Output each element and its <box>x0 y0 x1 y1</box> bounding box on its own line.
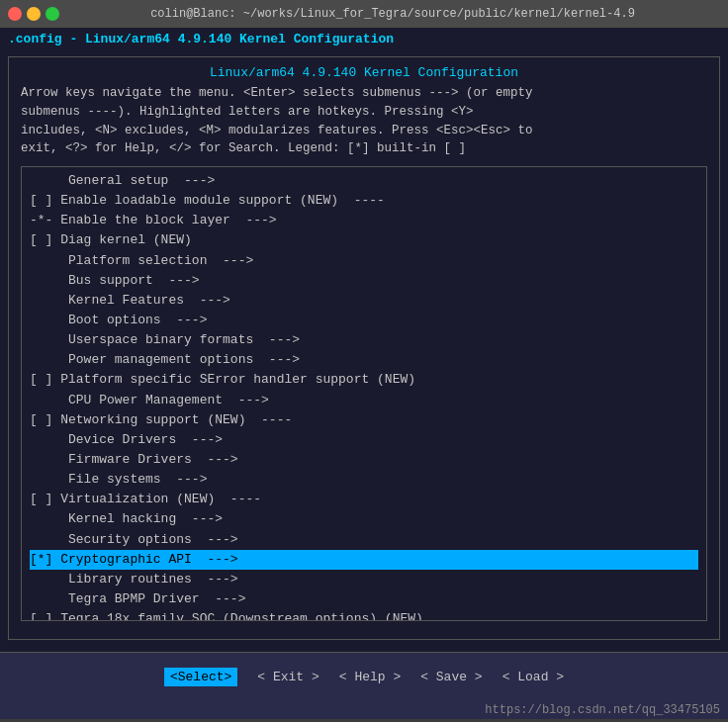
menu-item[interactable]: [ ] Networking support (NEW) ---- <box>30 410 698 430</box>
toolbar-button[interactable]: < Load > <box>502 670 564 684</box>
toolbar-button[interactable]: < Save > <box>420 670 482 684</box>
titlebar-text: colin@Blanc: ~/works/Linux_for_Tegra/sou… <box>65 7 720 21</box>
menu-item[interactable]: Security options ---> <box>30 530 698 550</box>
menu-area[interactable]: General setup --->[ ] Enable loadable mo… <box>21 166 707 621</box>
menu-item[interactable]: Firmware Drivers ---> <box>30 450 698 470</box>
menu-item[interactable]: Library routines ---> <box>30 570 698 589</box>
terminal-inner: Linux/arm64 4.9.140 Kernel Configuration… <box>8 56 720 640</box>
window-controls[interactable] <box>8 7 59 21</box>
toolbar-button[interactable]: <Select> <box>164 668 237 686</box>
menu-item[interactable]: Boot options ---> <box>30 311 698 330</box>
watermark: https://blog.csdn.net/qq_33475105 <box>0 701 728 719</box>
menu-item[interactable]: [ ] Tegra 18x family SOC (Downstream opt… <box>30 609 698 621</box>
titlebar: colin@Blanc: ~/works/Linux_for_Tegra/sou… <box>0 0 728 28</box>
menu-item[interactable]: Kernel Features ---> <box>30 291 698 311</box>
menu-item[interactable]: Bus support ---> <box>30 271 698 291</box>
config-title: Linux/arm64 4.9.140 Kernel Configuration <box>21 65 707 80</box>
menu-item[interactable]: Device Drivers ---> <box>30 430 698 450</box>
toolbar-button[interactable]: < Help > <box>339 670 401 684</box>
terminal: Linux/arm64 4.9.140 Kernel Configuration… <box>0 50 728 652</box>
menubar: .config - Linux/arm64 4.9.140 Kernel Con… <box>0 28 728 50</box>
menu-item[interactable]: General setup ---> <box>30 171 698 191</box>
menu-item[interactable]: Kernel hacking ---> <box>30 509 698 529</box>
menu-item[interactable]: File systems ---> <box>30 470 698 490</box>
menu-item[interactable]: CPU Power Management ---> <box>30 391 698 410</box>
maximize-button[interactable] <box>46 7 59 21</box>
menu-item[interactable]: [ ] Virtualization (NEW) ---- <box>30 490 698 509</box>
watermark-text: https://blog.csdn.net/qq_33475105 <box>485 703 720 717</box>
menu-item[interactable]: Tegra BPMP Driver ---> <box>30 589 698 609</box>
toolbar-button[interactable]: < Exit > <box>257 670 318 684</box>
menu-item[interactable]: [ ] Diag kernel (NEW) <box>30 230 698 250</box>
menu-item[interactable]: [*] Cryptographic API ---> <box>30 550 698 570</box>
menubar-text: .config - Linux/arm64 4.9.140 Kernel Con… <box>8 32 394 46</box>
menu-item[interactable]: Platform selection ---> <box>30 251 698 271</box>
menu-item[interactable]: [ ] Enable loadable module support (NEW)… <box>30 191 698 211</box>
help-text: Arrow keys navigate the menu. <Enter> se… <box>21 84 707 158</box>
menu-item[interactable]: Power management options ---> <box>30 350 698 370</box>
menu-item[interactable]: [ ] Platform specific SError handler sup… <box>30 370 698 390</box>
menu-item[interactable]: -*- Enable the block layer ---> <box>30 211 698 230</box>
buttonbar: <Select>< Exit >< Help >< Save >< Load > <box>0 652 728 701</box>
minimize-button[interactable] <box>27 7 41 21</box>
close-button[interactable] <box>8 7 22 21</box>
menu-item[interactable]: Userspace binary formats ---> <box>30 330 698 350</box>
